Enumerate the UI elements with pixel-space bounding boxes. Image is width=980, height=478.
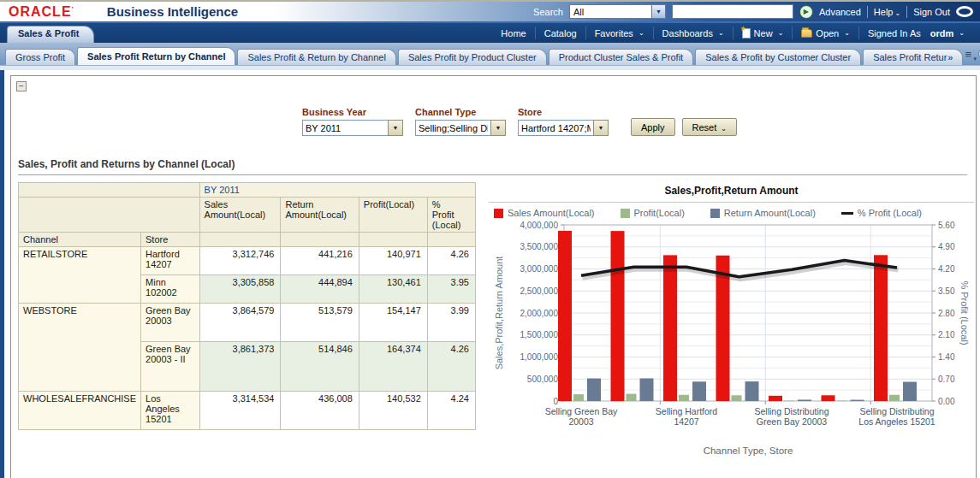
collapse-section-icon[interactable]: − [16, 81, 27, 91]
dashboard-tab-sales-profit[interactable]: Sales & Profit [7, 26, 94, 43]
chevron-down-icon[interactable]: ▼ [490, 120, 506, 136]
svg-text:5.60: 5.60 [938, 221, 955, 230]
col-header-profit: Profit(Local) [359, 198, 427, 233]
tab-product-cluster-sales-profit[interactable]: Product Cluster Sales & Profit [549, 49, 694, 65]
business-year-select[interactable]: ▼ [302, 120, 403, 136]
bar[interactable] [745, 381, 759, 401]
apply-button[interactable]: Apply [631, 118, 675, 136]
section-title: Sales, Profit and Returns by Channel (Lo… [18, 158, 967, 175]
signed-in-user[interactable]: Signed In As ordm⌄ [858, 27, 973, 39]
table-row: WHOLESALEFRANCHISE Los Angeles 15201 3,3… [19, 392, 476, 430]
page-options-icon[interactable]: ≡ [965, 49, 971, 60]
bar[interactable] [851, 400, 864, 401]
pivot-table: BY 2011 Sales Amount(Local) Return Amoun… [18, 182, 476, 430]
bar[interactable] [663, 255, 677, 401]
nav-catalog[interactable]: Catalog [535, 27, 585, 39]
advanced-link[interactable]: Advanced [819, 7, 861, 17]
bar[interactable] [640, 378, 654, 401]
chevron-down-icon[interactable]: ▼ [651, 4, 666, 19]
reset-button[interactable]: Reset ⌄ [682, 118, 738, 136]
svg-text:0.00: 0.00 [938, 397, 955, 406]
legend-swatch [494, 209, 503, 218]
tab-sales-profit-by-customer-cluster[interactable]: Sales & Profit by Customer Cluster [695, 49, 861, 65]
legend-swatch [621, 209, 630, 218]
bar[interactable] [732, 395, 742, 401]
search-scope-value: All [569, 4, 651, 19]
channel-cell: RETAILSTORE [19, 247, 141, 304]
chevron-down-icon[interactable]: ▼ [388, 120, 403, 136]
nav-favorites[interactable]: Favorites⌄ [585, 27, 653, 39]
store-value[interactable] [518, 120, 593, 136]
search-input[interactable] [672, 4, 793, 19]
tab-sales-profit-by-product-cluster[interactable]: Sales Profit by Product Cluster [398, 49, 547, 65]
bar[interactable] [587, 379, 601, 401]
svg-text:4.20: 4.20 [938, 264, 955, 274]
bar[interactable] [903, 382, 917, 401]
bar[interactable] [769, 396, 782, 401]
chart-container: Sales,Profit,Return Amount Sales Amount(… [489, 182, 974, 478]
tab-gross-profit[interactable]: Gross Profit [5, 49, 75, 65]
username: ordm [930, 28, 954, 38]
svg-text:1,500,000: 1,500,000 [520, 330, 559, 339]
nav-open[interactable]: Open⌄ [792, 27, 858, 39]
nav-new[interactable]: New⌄ [733, 27, 793, 39]
legend-line-swatch [841, 212, 853, 215]
business-year-value[interactable] [302, 120, 388, 136]
channel-type-value[interactable] [415, 120, 490, 136]
store-cell: Green Bay 20003 [141, 304, 200, 342]
nav-home[interactable]: Home [492, 27, 534, 39]
open-folder-icon [801, 29, 812, 38]
svg-text:0: 0 [553, 397, 558, 406]
chevron-down-icon: ⌄ [894, 9, 900, 17]
legend-swatch [710, 209, 720, 218]
bar[interactable] [874, 255, 888, 401]
channel-cell: WEBSTORE [19, 304, 141, 392]
tab-sales-profit-retur-truncated[interactable]: Sales Profit Retur» [863, 49, 963, 65]
svg-text:0.70: 0.70 [938, 375, 955, 384]
bar[interactable] [611, 231, 625, 401]
chevron-down-icon: ⌄ [959, 29, 965, 37]
chevron-down-icon: ⌄ [718, 29, 724, 37]
col-header-pct-profit: % Profit (Local) [427, 198, 475, 233]
tab-sales-profit-and-return-by-channel[interactable]: Sales Profit & Return by Channel [237, 49, 395, 65]
x-axis-label: Selling DistributingLos Angeles 15201 [858, 406, 935, 427]
separator [867, 6, 868, 18]
x-axis-label: Selling Green Bay20003 [545, 406, 618, 427]
sign-out-link[interactable]: Sign Out [913, 7, 950, 17]
bar[interactable] [627, 394, 637, 401]
year-header: BY 2011 [199, 183, 475, 198]
x-axis-label: Selling Hartford14207 [656, 406, 718, 427]
search-go-button[interactable]: ▶ [799, 5, 813, 19]
channel-type-select[interactable]: ▼ [415, 120, 506, 136]
bar[interactable] [692, 381, 706, 401]
bar[interactable] [889, 395, 900, 401]
chevron-down-icon: ⌄ [844, 29, 850, 37]
table-row: RETAILSTORE Hartford 14207 3,312,746 441… [19, 247, 476, 275]
svg-text:3,500,000: 3,500,000 [520, 242, 559, 251]
bar[interactable] [822, 395, 835, 401]
bar[interactable] [798, 399, 811, 401]
y-axis-title-left: Sales,Profit,Return Amount [494, 257, 504, 370]
svg-text:2,000,000: 2,000,000 [520, 309, 559, 318]
bar[interactable] [573, 394, 584, 401]
chevron-down-icon[interactable]: ▼ [593, 120, 609, 136]
top-header: ORACLEʼ Business Intelligence Search All… [0, 0, 980, 23]
legend-item: Return Amount(Local) [710, 208, 816, 218]
channel-cell: WHOLESALEFRANCHISE [19, 392, 141, 430]
bar[interactable] [558, 231, 572, 401]
svg-text:4,000,000: 4,000,000 [520, 221, 559, 230]
new-document-icon [742, 28, 751, 38]
oracle-o-icon [956, 6, 973, 17]
nav-dashboards[interactable]: Dashboards⌄ [653, 27, 733, 39]
svg-text:2.80: 2.80 [938, 309, 955, 318]
x-axis-title: Channel Type, Store [704, 446, 793, 456]
bar[interactable] [679, 395, 689, 401]
search-scope-select[interactable]: All ▼ [569, 4, 666, 19]
y-axis-title-right: % Profit (Local) [959, 280, 970, 345]
tab-sales-profit-return-by-channel[interactable]: Sales Profit Return by Channel [77, 47, 235, 65]
chart-title: Sales,Profit,Return Amount [489, 182, 974, 203]
table-row: WEBSTORE Green Bay 20003 3,864,579 513,5… [19, 304, 476, 342]
channel-type-label: Channel Type [415, 107, 506, 117]
store-select[interactable]: ▼ [518, 120, 609, 136]
help-menu[interactable]: Help⌄ [874, 7, 900, 17]
